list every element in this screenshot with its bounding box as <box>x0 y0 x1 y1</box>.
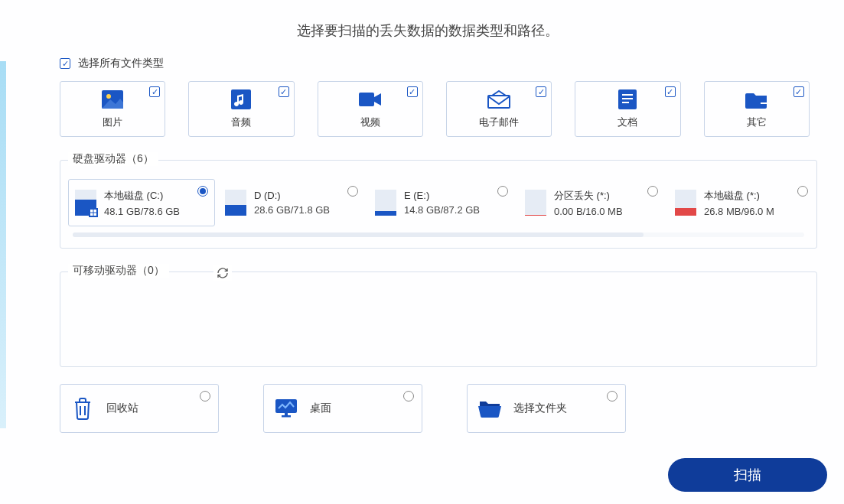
drive-radio[interactable] <box>647 186 658 197</box>
drive-name: E (E:) <box>404 190 480 201</box>
video-icon <box>359 89 382 109</box>
type-card-email[interactable]: 电子邮件 <box>446 81 552 137</box>
svg-rect-6 <box>622 94 633 96</box>
svg-rect-3 <box>359 93 374 106</box>
location-label: 回收站 <box>106 402 138 415</box>
removable-legend: 可移动驱动器（0） <box>68 264 169 278</box>
type-label: 文档 <box>618 115 637 129</box>
svg-rect-4 <box>488 96 510 108</box>
desktop-icon <box>275 397 298 420</box>
type-label: 其它 <box>747 115 767 129</box>
drives-scrollbar-thumb[interactable] <box>73 232 644 237</box>
svg-rect-8 <box>622 102 629 103</box>
type-checkbox-video[interactable] <box>407 86 418 97</box>
location-radio[interactable] <box>403 391 414 402</box>
type-label: 图片 <box>103 115 122 129</box>
drive-card[interactable]: 本地磁盘 (*:)26.8 MB/96.0 M <box>668 179 809 226</box>
drive-radio[interactable] <box>797 186 808 197</box>
type-card-other[interactable]: 其它 <box>704 81 810 137</box>
svg-rect-14 <box>94 213 97 216</box>
drive-radio[interactable] <box>497 186 508 197</box>
drives-group: 硬盘驱动器（6） 本地磁盘 (C:)48.1 GB/78.6 GBD (D:)2… <box>60 160 817 249</box>
audio-icon <box>230 89 253 109</box>
removable-group: 可移动驱动器（0） <box>60 272 817 367</box>
svg-rect-11 <box>90 210 93 213</box>
folder-icon <box>478 397 501 420</box>
type-checkbox-other[interactable] <box>793 86 804 97</box>
refresh-icon[interactable] <box>213 265 232 281</box>
drive-radio[interactable] <box>347 186 358 197</box>
type-card-video[interactable]: 视频 <box>318 81 423 137</box>
drive-size: 48.1 GB/78.6 GB <box>104 206 180 217</box>
location-card-recycle[interactable]: 回收站 <box>60 384 219 433</box>
type-checkbox-email[interactable] <box>536 86 546 97</box>
other-icon <box>745 89 768 109</box>
select-all-checkbox[interactable] <box>60 58 70 69</box>
doc-icon <box>616 89 639 109</box>
drive-size: 26.8 MB/96.0 M <box>704 206 774 217</box>
drive-card[interactable]: D (D:)28.6 GB/71.8 GB <box>218 179 365 226</box>
svg-rect-10 <box>761 102 768 104</box>
type-checkbox-doc[interactable] <box>665 86 676 97</box>
type-label: 电子邮件 <box>479 115 519 129</box>
drive-name: 本地磁盘 (C:) <box>104 189 180 203</box>
type-checkbox-image[interactable] <box>149 86 160 97</box>
location-label: 桌面 <box>310 402 331 415</box>
type-label: 视频 <box>360 115 380 129</box>
select-all-label: 选择所有文件类型 <box>78 57 164 70</box>
location-radio[interactable] <box>607 391 618 402</box>
drive-size: 0.00 B/16.0 MB <box>554 206 623 217</box>
location-radio[interactable] <box>200 391 210 402</box>
drive-size: 14.8 GB/87.2 GB <box>404 204 480 216</box>
drive-icon <box>375 190 396 216</box>
scan-button[interactable]: 扫描 <box>668 458 827 492</box>
type-card-audio[interactable]: 音频 <box>188 81 294 137</box>
drive-icon <box>675 190 696 216</box>
drive-card[interactable]: 本地磁盘 (C:)48.1 GB/78.6 GB <box>68 179 215 226</box>
page-title: 选择要扫描的丢失数据的数据类型和路径。 <box>46 21 810 40</box>
drive-name: 分区丢失 (*:) <box>554 189 623 203</box>
windows-badge-icon <box>89 208 98 217</box>
drive-size: 28.6 GB/71.8 GB <box>254 204 330 216</box>
type-card-image[interactable]: 图片 <box>60 81 165 137</box>
svg-rect-7 <box>622 98 633 99</box>
location-label: 选择文件夹 <box>513 402 567 415</box>
drive-name: D (D:) <box>254 190 330 201</box>
svg-rect-13 <box>90 213 93 216</box>
svg-rect-12 <box>94 210 97 213</box>
svg-point-1 <box>106 94 111 99</box>
drive-card[interactable]: E (E:)14.8 GB/87.2 GB <box>368 179 515 226</box>
svg-rect-17 <box>285 413 288 416</box>
drive-icon <box>225 190 246 216</box>
type-card-doc[interactable]: 文档 <box>575 81 680 137</box>
drive-icon <box>75 190 96 216</box>
drives-scrollbar[interactable] <box>73 232 804 237</box>
type-checkbox-audio[interactable] <box>279 86 289 97</box>
drives-legend: 硬盘驱动器（6） <box>68 152 158 166</box>
drive-card[interactable]: 分区丢失 (*:)0.00 B/16.0 MB <box>518 179 665 226</box>
location-card-folder[interactable]: 选择文件夹 <box>467 384 626 433</box>
svg-rect-2 <box>231 89 251 109</box>
location-card-desktop[interactable]: 桌面 <box>263 384 422 433</box>
recycle-icon <box>71 397 94 420</box>
email-icon <box>487 89 510 109</box>
type-label: 音频 <box>231 115 251 129</box>
image-icon <box>101 89 124 109</box>
drive-radio[interactable] <box>197 186 208 197</box>
drive-name: 本地磁盘 (*:) <box>704 189 774 203</box>
drive-icon <box>525 190 546 216</box>
